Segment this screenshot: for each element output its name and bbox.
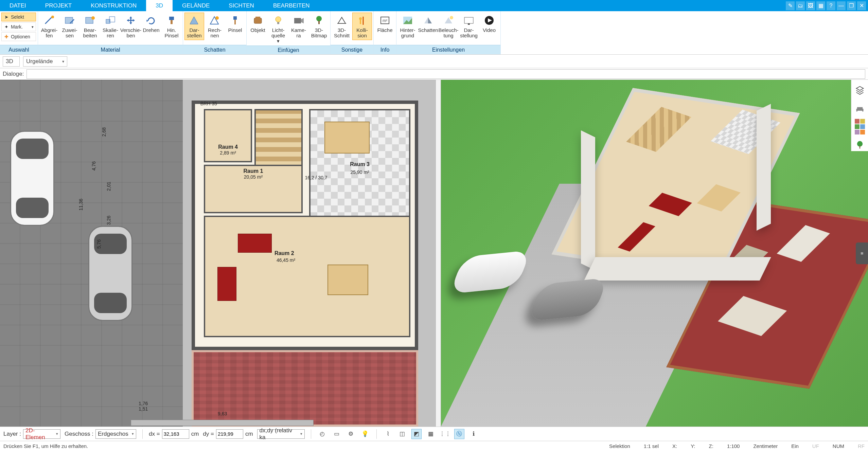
status-ein: Ein: [791, 443, 799, 449]
ribbon-darstellen-button[interactable]: Dar- stellen: [184, 13, 204, 40]
north-icon[interactable]: Ⓝ: [454, 429, 464, 439]
palette-icon[interactable]: [854, 121, 866, 133]
grid-icon[interactable]: ▦: [816, 1, 825, 10]
ribbon-hinpinsel-button[interactable]: Hin. Pinsel: [162, 13, 181, 40]
menu-tab-datei[interactable]: DATEI: [0, 0, 36, 11]
bulb-icon[interactable]: 💡: [360, 429, 370, 439]
status-uf: UF: [812, 443, 819, 449]
selekt-label: Selekt: [11, 14, 24, 20]
ribbon-hintergrund-button[interactable]: Hinter- grund: [398, 13, 418, 40]
close-icon[interactable]: ✕: [857, 1, 866, 10]
gear-icon[interactable]: ⚙: [346, 429, 356, 439]
ribbon-darstellungE-button[interactable]: Dar- stellung: [459, 13, 479, 40]
ribbon-label: Objekt: [250, 28, 265, 38]
snap1-icon[interactable]: ⌇: [383, 429, 393, 439]
mark-button[interactable]: ✦Mark.▾: [1, 22, 36, 31]
ribbon-video-button[interactable]: Video: [479, 13, 499, 40]
dy-input[interactable]: [216, 429, 243, 439]
help-icon[interactable]: ?: [827, 1, 835, 10]
room4-area: 2,89 m²: [220, 150, 236, 156]
ribbon-bearbeiten-button[interactable]: Bear- beiten: [80, 13, 100, 40]
ribbon-objekt-button[interactable]: Objekt: [248, 13, 268, 40]
ribbon-bitmap3d-button[interactable]: 3D- Bitmap: [309, 13, 329, 40]
ribbon-zuweisen-button[interactable]: Zuwei- sen: [60, 13, 79, 40]
screen-icon[interactable]: ▭: [332, 429, 342, 439]
pane-2d[interactable]: Raum 4 2,89 m² Raum 3 25,90 m² Raum 1 20…: [0, 80, 436, 427]
splitter[interactable]: [436, 80, 441, 427]
menu-tab-gelaende[interactable]: GELÄNDE: [173, 0, 219, 11]
picture-icon[interactable]: 🖼: [806, 1, 815, 10]
ribbon-abgreifen-button[interactable]: Abgrei- fen: [39, 13, 59, 40]
ribbon-label: Dar- stellung: [460, 28, 478, 38]
ribbon-kamera-button[interactable]: Kame- ra: [289, 13, 308, 40]
ribbon-schnitt3d-button[interactable]: 3D- Schnitt: [332, 13, 352, 40]
floor-plan[interactable]: Raum 4 2,89 m² Raum 3 25,90 m² Raum 1 20…: [0, 80, 436, 427]
room3-area: 25,90 m²: [350, 169, 369, 175]
view-mode-box[interactable]: 3D: [3, 56, 20, 67]
status-unit: Zentimeter: [753, 443, 778, 449]
menu-tab-3d[interactable]: 3D: [146, 0, 173, 11]
relative-select[interactable]: dx,dy (relativ ka▾: [257, 429, 305, 439]
dialog-input[interactable]: [26, 69, 865, 79]
geschoss-select[interactable]: Erdgeschos▾: [95, 429, 136, 439]
maximize-icon[interactable]: ❐: [847, 1, 856, 10]
ribbon-pinsel-button[interactable]: Pinsel: [225, 13, 245, 40]
menu-tab-konstruktion[interactable]: KONSTRUKTION: [81, 0, 146, 11]
tree-icon[interactable]: [854, 139, 866, 151]
drehen-icon: [144, 14, 158, 26]
dim-5-76: 5,76: [96, 239, 102, 249]
ribbon-rechnen-button[interactable]: Rech- nen: [205, 13, 225, 40]
snap4-icon[interactable]: ▦: [426, 429, 436, 439]
ribbon-label: Zuwei- sen: [62, 28, 77, 38]
svg-rect-7: [171, 20, 173, 24]
minimize-icon[interactable]: —: [837, 1, 846, 10]
snap2-icon[interactable]: ◫: [397, 429, 407, 439]
ribbon-drehen-button[interactable]: Drehen: [141, 13, 161, 40]
svg-point-3: [91, 16, 95, 20]
layer-dropdown[interactable]: Urgelände▾: [23, 56, 67, 67]
dx-input[interactable]: [162, 429, 189, 439]
svg-rect-27: [468, 23, 470, 25]
svg-rect-10: [234, 20, 236, 24]
ribbon-beleuchtung-button[interactable]: Beleuch- tung: [439, 13, 458, 40]
ribbon-lichtquelle-button[interactable]: Licht- quelle ▾: [268, 13, 288, 46]
ribbon-flaeche-button[interactable]: m²Fläche: [375, 13, 395, 40]
selekt-button[interactable]: ➤Selekt: [1, 13, 36, 21]
svg-point-25: [450, 16, 453, 19]
grid-dots-icon[interactable]: ⋮⋮: [440, 429, 450, 439]
panel-handle[interactable]: ≡: [856, 242, 868, 264]
catalog-icon[interactable]: 🗂: [796, 1, 805, 10]
kamera-icon: [292, 14, 305, 26]
ribbon-kollision-button[interactable]: Kolli- sion: [352, 13, 372, 40]
view-bar: 3D Urgelände▾: [0, 55, 868, 68]
chevron-down-icon: ▾: [132, 432, 134, 436]
menu-tab-sichten[interactable]: SICHTEN: [219, 0, 264, 11]
layers-icon[interactable]: [854, 84, 866, 96]
menu-tab-projekt[interactable]: PROJEKT: [36, 0, 81, 11]
wall-left: [581, 130, 595, 271]
snap3-icon[interactable]: ◩: [411, 429, 422, 439]
dialog-bar: Dialoge:: [0, 68, 868, 80]
group-label-sonstige: Sonstige: [331, 45, 373, 54]
window-controls: ✎ 🗂 🖼 ▦ ? — ❐ ✕: [786, 1, 868, 10]
ribbon-group-auswahl: ➤Selekt ✦Mark.▾ ✚Optionen Auswahl: [0, 11, 38, 54]
ribbon-schattenE-button[interactable]: Schatten: [418, 13, 438, 40]
tool-icon[interactable]: ✎: [786, 1, 795, 10]
layer-select[interactable]: 2D-Elemen▾: [23, 429, 60, 439]
menu-tab-bearbeiten[interactable]: BEARBEITEN: [264, 0, 319, 11]
svg-rect-12: [255, 17, 260, 19]
scrollbar-h[interactable]: [131, 420, 314, 426]
furniture-icon[interactable]: [854, 102, 866, 114]
ribbon-label: Rech- nen: [208, 28, 222, 38]
optionen-button[interactable]: ✚Optionen: [1, 32, 36, 41]
clock-icon[interactable]: ◴: [317, 429, 327, 439]
plus-icon: ✚: [4, 34, 9, 39]
pane-3d[interactable]: ≡: [441, 80, 868, 427]
ribbon-skalieren-button[interactable]: Skalie- ren: [101, 13, 120, 40]
svg-rect-30: [859, 146, 860, 148]
info-icon[interactable]: ℹ: [468, 429, 479, 439]
table-2: [327, 265, 368, 295]
ribbon-verschieben-button[interactable]: Verschie- ben: [121, 13, 141, 40]
flaeche-icon: m²: [378, 14, 392, 26]
optionen-label: Optionen: [11, 34, 30, 39]
